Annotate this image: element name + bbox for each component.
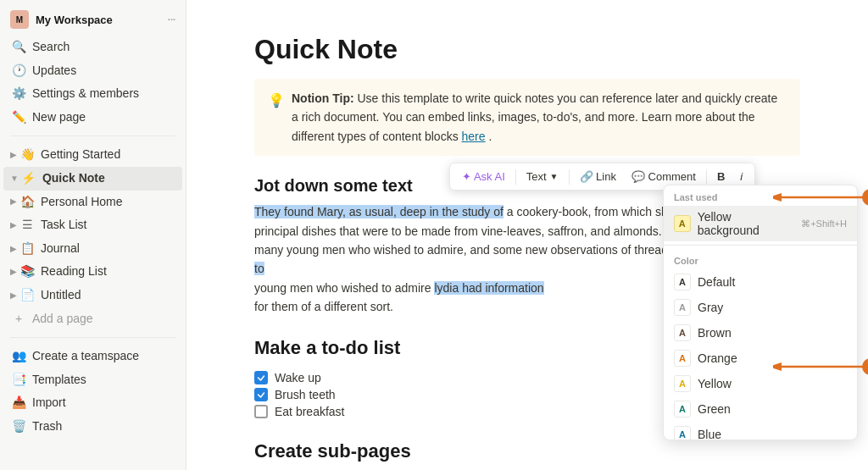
workspace-name: My Workspace: [36, 14, 113, 26]
sidebar-pages-section: ▶ 👋 Getting Started ▼ ⚡ Quick Note ▶ 🏠 P…: [3, 140, 182, 334]
orange-color-label: Orange: [698, 351, 737, 365]
blue-color-dot: A: [674, 426, 691, 440]
trash-label: Trash: [32, 418, 62, 435]
sidebar-item-journal[interactable]: ▶ 📋 Journal: [3, 237, 182, 261]
sidebar-item-personal-home[interactable]: ▶ 🏠 Personal Home: [3, 191, 182, 214]
untitled-icon: 📄: [19, 287, 36, 304]
sidebar-footer-section: 👥 Create a teamspace 📑 Templates 📥 Impor…: [3, 341, 182, 441]
sidebar-item-add-page[interactable]: + Add a page: [3, 307, 182, 331]
dropdown-item-blue[interactable]: A Blue: [664, 422, 857, 440]
orange-color-dot: A: [674, 350, 691, 367]
dropdown-item-green[interactable]: A Green: [664, 396, 857, 422]
gray-color-dot: A: [674, 299, 691, 316]
sidebar-divider-2: [10, 337, 175, 338]
task-list-icon: ☰: [19, 217, 36, 234]
dropdown-item-brown[interactable]: A Brown: [664, 320, 857, 346]
chevron-icon: ▶: [10, 196, 17, 207]
sidebar-item-new-page[interactable]: ✏️ New page: [3, 106, 182, 130]
color-section-label: Color: [664, 249, 857, 269]
tip-suffix: .: [488, 130, 492, 143]
toolbar-divider-3: [706, 169, 707, 185]
sidebar-updates-label: Updates: [32, 63, 76, 80]
sidebar: M My Workspace ··· 🔍 Search 🕐 Updates ⚙️…: [0, 0, 186, 470]
main-content-area: Quick Note 💡 Notion Tip: Use this templa…: [186, 0, 868, 470]
sidebar-item-quick-note[interactable]: ▼ ⚡ Quick Note: [3, 167, 182, 191]
default-color-label: Default: [698, 275, 735, 289]
trash-icon: 🗑️: [10, 418, 27, 435]
dropdown-chevron-icon: ▼: [550, 172, 559, 181]
sidebar-item-import[interactable]: 📥 Import: [3, 391, 182, 415]
todo-label-eat-breakfast: Eat breakfast: [275, 405, 345, 418]
import-icon: 📥: [10, 395, 27, 412]
toolbar-divider-2: [569, 169, 570, 185]
journal-label: Journal: [41, 241, 80, 257]
chevron-icon: ▶: [10, 266, 17, 278]
text-label: Text: [526, 170, 547, 183]
workspace-switcher[interactable]: M My Workspace ···: [3, 7, 182, 32]
quick-note-label: Quick Note: [42, 170, 105, 187]
selected-text-4: lydia had information: [434, 281, 543, 295]
teamspace-icon: 👥: [10, 348, 27, 365]
tip-link[interactable]: here: [462, 130, 486, 143]
sidebar-item-untitled[interactable]: ▶ 📄 Untitled: [3, 284, 182, 307]
tip-icon: 💡: [268, 90, 285, 112]
notion-tip-block: 💡 Notion Tip: Use this template to write…: [254, 79, 800, 156]
chevron-icon: ▶: [10, 243, 17, 255]
sidebar-item-getting-started[interactable]: ▶ 👋 Getting Started: [3, 143, 182, 167]
dropdown-divider-1: [664, 245, 857, 246]
updates-icon: 🕐: [10, 63, 27, 80]
subpages-heading: Create sub-pages: [254, 440, 800, 462]
workspace-avatar: M: [10, 10, 29, 29]
comment-button[interactable]: 💬 Comment: [625, 167, 703, 186]
dropdown-item-default[interactable]: A Default: [664, 269, 857, 295]
todo-checkbox-eat-breakfast[interactable]: [254, 405, 268, 418]
add-page-label: Add a page: [32, 311, 93, 328]
dropdown-item-yellow-bg[interactable]: A Yellow background ⌘+Shift+H: [664, 206, 857, 241]
new-page-icon: ✏️: [10, 109, 27, 126]
todo-checkbox-wake-up[interactable]: [254, 371, 268, 384]
sidebar-item-task-list[interactable]: ▶ ☰ Task List: [3, 213, 182, 237]
tip-body: Use this template to write quick notes y…: [292, 91, 777, 143]
sidebar-item-reading-list[interactable]: ▶ 📚 Reading List: [3, 260, 182, 284]
getting-started-icon: 👋: [19, 147, 36, 163]
sidebar-new-page-label: New page: [32, 109, 86, 126]
brown-color-dot: A: [674, 324, 691, 341]
dropdown-item-yellow[interactable]: A Yellow: [664, 371, 857, 396]
chevron-icon: ▶: [10, 219, 17, 231]
personal-home-label: Personal Home: [41, 194, 123, 211]
journal-icon: 📋: [19, 241, 36, 257]
italic-label: i: [740, 170, 743, 183]
sidebar-item-trash[interactable]: 🗑️ Trash: [3, 415, 182, 439]
ask-ai-button[interactable]: ✦ Ask AI: [455, 167, 512, 186]
italic-button[interactable]: i: [733, 167, 749, 186]
import-label: Import: [32, 395, 66, 412]
sidebar-item-settings[interactable]: ⚙️ Settings & members: [3, 82, 182, 106]
text-format-button[interactable]: Text ▼: [520, 167, 565, 186]
templates-icon: 📑: [10, 372, 27, 389]
sidebar-item-create-teamspace[interactable]: 👥 Create a teamspace: [3, 345, 182, 368]
last-used-label: Last used: [664, 185, 857, 206]
untitled-label: Untitled: [41, 287, 81, 304]
sidebar-item-search[interactable]: 🔍 Search: [3, 36, 182, 59]
chevron-icon: ▶: [10, 290, 17, 301]
chevron-icon: ▼: [10, 173, 19, 185]
sidebar-item-templates[interactable]: 📑 Templates: [3, 368, 182, 392]
reading-list-icon: 📚: [19, 263, 36, 280]
tip-prefix: Notion Tip:: [292, 91, 354, 105]
link-button[interactable]: 🔗 Link: [573, 167, 623, 186]
bold-button[interactable]: B: [710, 167, 732, 186]
sidebar-divider-1: [10, 135, 175, 136]
yellow-bg-letter: A: [679, 218, 686, 229]
paragraph-end: for them of a different sort.: [254, 300, 393, 313]
dropdown-item-orange[interactable]: A Orange: [664, 346, 857, 371]
blue-color-label: Blue: [698, 428, 721, 440]
color-dropdown: Last used A Yellow background ⌘+Shift+H …: [663, 185, 858, 440]
task-list-label: Task List: [41, 217, 86, 234]
paragraph-cont: young men who wished to admire: [254, 281, 434, 295]
dropdown-item-gray[interactable]: A Gray: [664, 295, 857, 320]
sidebar-search-label: Search: [32, 39, 70, 56]
todo-checkbox-brush-teeth[interactable]: [254, 388, 268, 401]
default-color-dot: A: [674, 274, 691, 290]
sidebar-item-updates[interactable]: 🕐 Updates: [3, 59, 182, 83]
toolbar-divider: [515, 169, 516, 185]
